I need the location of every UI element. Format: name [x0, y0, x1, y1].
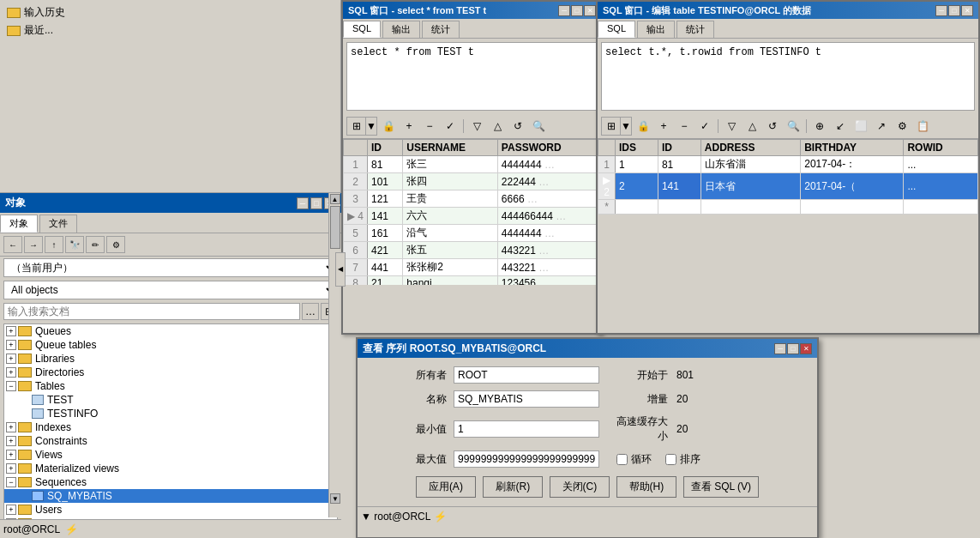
seq-minval-input[interactable] — [454, 420, 599, 438]
table-row[interactable]: 7 441 张张柳2 443221 … — [344, 259, 601, 276]
seq-name-input[interactable] — [454, 390, 599, 408]
tree-item-queues[interactable]: + Queues — [4, 324, 337, 338]
compile-button[interactable]: ⚙ — [106, 236, 125, 253]
sql2-extra6[interactable]: 📋 — [913, 118, 932, 135]
seq-viewsql-button[interactable]: 查看 SQL (V) — [683, 476, 759, 498]
grid-dropdown-btn[interactable]: ▼ — [366, 118, 376, 135]
scroll-thumb[interactable] — [330, 206, 340, 249]
table-row[interactable]: ▶ 2 2 141 日本省 2017-04-（ ... — [598, 173, 978, 200]
tree-item-testinfo[interactable]: TESTINFO — [4, 407, 337, 420]
sql2-extra3[interactable]: ⬜ — [851, 118, 870, 135]
sql1-restore[interactable]: □ — [571, 5, 583, 16]
back-button[interactable]: ← — [3, 236, 22, 253]
expand-seq-icon[interactable]: − — [6, 477, 16, 487]
sql2-editor[interactable]: select t.*, t.rowid from TESTINFO t — [601, 42, 975, 111]
tab-file[interactable]: 文件 — [39, 215, 77, 233]
tree-item-constraints[interactable]: + Constraints — [4, 434, 337, 448]
expand-idx-icon[interactable]: + — [6, 422, 16, 432]
tree-item-queue-tables[interactable]: + Queue tables — [4, 338, 337, 352]
table-row[interactable]: 6 421 张五 443221 … — [344, 242, 601, 259]
up-button[interactable]: ↑ — [45, 236, 63, 253]
scroll-up-btn[interactable]: ▲ — [330, 194, 340, 204]
seq-minimize[interactable]: ─ — [774, 343, 786, 354]
table-row[interactable]: 5 161 沿气 4444444 … — [344, 225, 601, 242]
check-btn[interactable]: ✓ — [441, 118, 460, 135]
sql2-tab-stats[interactable]: 统计 — [676, 21, 714, 38]
table-row[interactable]: 3 121 王贵 6666 … — [344, 190, 601, 208]
filter-up-btn[interactable]: △ — [488, 118, 507, 135]
seq-cycle-checkbox[interactable] — [616, 454, 628, 465]
lock-icon-btn[interactable]: 🔒 — [379, 118, 398, 135]
sql2-filter-down[interactable]: ▽ — [722, 118, 741, 135]
sql2-grid-drop[interactable]: ▼ — [621, 118, 631, 135]
sql1-close[interactable]: ✕ — [584, 5, 596, 16]
recent-item[interactable]: 最近... — [3, 21, 337, 39]
tree-item-directories[interactable]: + Directories — [4, 366, 337, 379]
sql2-extra1[interactable]: ⊕ — [810, 118, 829, 135]
sql2-grid-btn[interactable]: ⊞ — [602, 118, 621, 135]
tree-item-views[interactable]: + Views — [4, 448, 337, 462]
table-row[interactable]: 2 101 张四 222444 … — [344, 173, 601, 190]
table-row[interactable]: 1 1 81 山东省淄 2017-04-： ... — [598, 156, 978, 173]
tree-item-test[interactable]: TEST — [4, 393, 337, 407]
sql1-editor[interactable]: select * from TEST t — [346, 42, 598, 111]
sql1-tab-output[interactable]: 输出 — [382, 21, 420, 38]
sql1-minimize[interactable]: ─ — [558, 5, 570, 16]
sql2-col-rowid[interactable]: ROWID — [904, 140, 978, 156]
expand-qt-icon[interactable]: + — [6, 340, 16, 350]
table-row[interactable]: 8 21 hanqi 123456 … — [344, 276, 601, 286]
filter-down-btn[interactable]: ▽ — [467, 118, 486, 135]
grid-icon-btn[interactable]: ⊞ — [347, 118, 366, 135]
table-row[interactable]: 1 81 张三 4444444 … — [344, 156, 601, 173]
seq-apply-button[interactable]: 应用(A) — [416, 476, 476, 498]
col-username[interactable]: USERNAME — [403, 140, 498, 156]
forward-button[interactable]: → — [24, 236, 43, 253]
tree-item-users[interactable]: + Users — [4, 503, 337, 517]
sql2-check-btn[interactable]: ✓ — [695, 118, 714, 135]
seq-restore[interactable]: □ — [787, 343, 799, 354]
edit-button[interactable]: ✏ — [86, 236, 105, 253]
left-scrollbar[interactable]: ▲ ▼ — [328, 193, 340, 517]
user-dropdown[interactable]: （当前用户） — [3, 258, 338, 277]
del-row-btn[interactable]: − — [420, 118, 439, 135]
left-collapse-handle[interactable]: ◀ — [335, 252, 346, 287]
search-btn[interactable]: 🔍 — [529, 118, 548, 135]
add-row-btn[interactable]: + — [400, 118, 418, 135]
history-item[interactable]: 输入历史 — [3, 3, 337, 21]
sql2-close[interactable]: ✕ — [961, 5, 973, 16]
expand-users-icon[interactable]: + — [6, 505, 16, 515]
sql2-col-address[interactable]: ADDRESS — [700, 140, 800, 156]
sql2-extra4[interactable]: ↗ — [872, 118, 891, 135]
table-row[interactable]: ▶ 4 141 六六 444466444 … — [344, 208, 601, 225]
sql2-tab-output[interactable]: 输出 — [637, 21, 675, 38]
expand-queues-icon[interactable]: + — [6, 326, 16, 336]
tab-object[interactable]: 对象 — [0, 215, 38, 233]
sql2-minimize[interactable]: ─ — [935, 5, 947, 16]
expand-con-icon[interactable]: + — [6, 436, 16, 446]
restore-button[interactable]: □ — [310, 197, 322, 209]
filter-dropdown[interactable]: All objects — [3, 281, 338, 299]
col-id[interactable]: ID — [368, 140, 403, 156]
expand-views-icon[interactable]: + — [6, 450, 16, 460]
expand-mv-icon[interactable]: + — [6, 463, 16, 474]
sql2-restore[interactable]: □ — [948, 5, 960, 16]
sql2-col-id[interactable]: ID — [658, 140, 700, 156]
sql2-col-ids[interactable]: IDS — [616, 140, 658, 156]
tree-item-indexes[interactable]: + Indexes — [4, 420, 337, 434]
sql2-extra5[interactable]: ⚙ — [893, 118, 911, 135]
binoculars-button[interactable]: 🔭 — [65, 236, 84, 253]
seq-close[interactable]: ✕ — [800, 343, 812, 354]
minimize-button[interactable]: ─ — [297, 197, 309, 209]
tree-item-matviews[interactable]: + Materialized views — [4, 462, 337, 475]
search-input[interactable] — [3, 303, 300, 320]
sql2-search[interactable]: 🔍 — [784, 118, 803, 135]
sql2-col-birthday[interactable]: BIRTHDAY — [801, 140, 904, 156]
seq-owner-input[interactable] — [454, 366, 599, 384]
sql2-lock-btn[interactable]: 🔒 — [634, 118, 652, 135]
seq-help-button[interactable]: 帮助(H) — [616, 476, 676, 498]
tree-item-sequences[interactable]: − Sequences — [4, 475, 337, 489]
sql2-tab-sql[interactable]: SQL — [598, 21, 635, 38]
search-ellipsis-button[interactable]: … — [302, 303, 319, 320]
sql2-filter-up[interactable]: △ — [743, 118, 761, 135]
expand-tables-icon[interactable]: − — [6, 381, 16, 391]
